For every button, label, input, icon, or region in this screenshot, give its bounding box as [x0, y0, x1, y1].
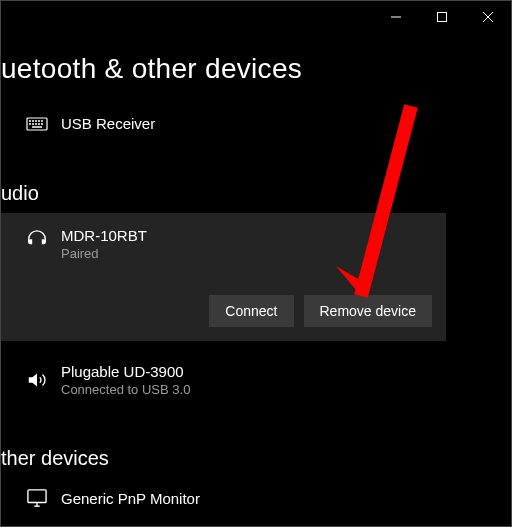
device-mdr-10rbt-selected[interactable]: MDR-10RBT Paired Connect Remove device — [1, 213, 446, 341]
window-titlebar — [1, 1, 511, 33]
connect-button[interactable]: Connect — [209, 295, 293, 327]
close-button[interactable] — [465, 1, 511, 33]
device-name: Plugable UD-3900 — [61, 363, 511, 380]
device-name: Generic PnP Monitor — [61, 490, 511, 507]
device-usb-receiver[interactable]: USB Receiver — [25, 105, 511, 142]
page-title: uetooth & other devices — [1, 33, 511, 105]
monitor-icon — [25, 488, 49, 508]
device-status: Connected to USB 3.0 — [61, 382, 511, 397]
device-generic-monitor[interactable]: Generic PnP Monitor — [25, 478, 511, 518]
keyboard-icon — [25, 117, 49, 131]
speaker-icon — [25, 369, 49, 391]
device-status: Paired — [61, 246, 432, 261]
svg-rect-17 — [28, 490, 46, 503]
remove-device-button[interactable]: Remove device — [304, 295, 433, 327]
device-name: MDR-10RBT — [61, 227, 432, 244]
headphones-icon — [25, 229, 49, 251]
device-name: USB Receiver — [61, 115, 511, 132]
device-plugable-ud3900[interactable]: Plugable UD-3900 Connected to USB 3.0 — [25, 353, 511, 407]
section-header-audio: udio — [1, 142, 511, 213]
svg-marker-16 — [29, 374, 37, 387]
section-header-other-devices: ther devices — [1, 407, 511, 478]
maximize-button[interactable] — [419, 1, 465, 33]
svg-rect-1 — [438, 13, 447, 22]
minimize-button[interactable] — [373, 1, 419, 33]
